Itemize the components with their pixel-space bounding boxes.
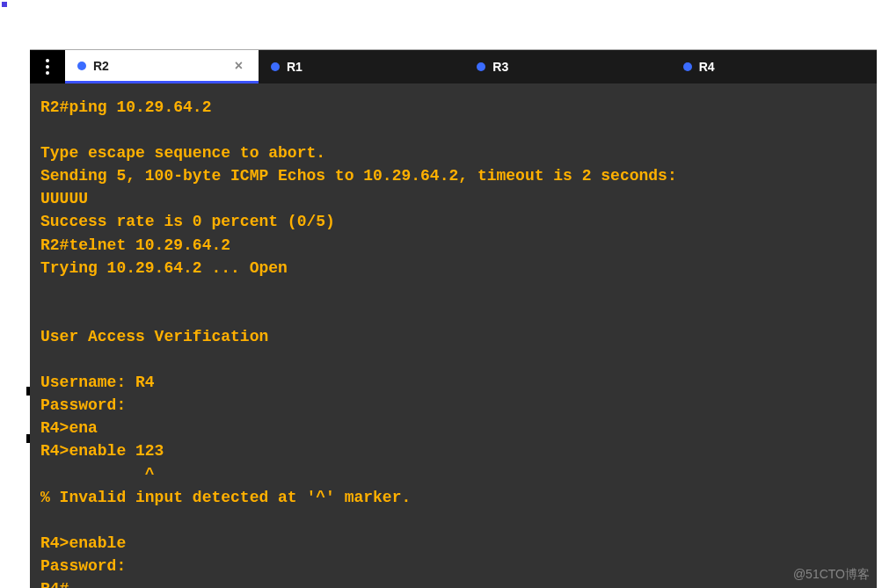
terminal-output[interactable]: R2#ping 10.29.64.2 Type escape sequence …	[30, 83, 877, 588]
tab-label: R1	[287, 60, 303, 74]
tab-menu-button[interactable]	[30, 50, 65, 83]
tab-label: R4	[699, 60, 715, 74]
tab-r4[interactable]: R4	[671, 50, 877, 83]
tab-r1[interactable]: R1	[259, 50, 464, 83]
tab-r2[interactable]: R2 ×	[65, 50, 259, 83]
tab-r3[interactable]: R3	[464, 50, 670, 83]
close-icon[interactable]: ×	[235, 58, 246, 74]
tab-status-icon	[271, 62, 280, 71]
corner-marker	[2, 2, 7, 7]
kebab-icon	[46, 59, 49, 75]
tab-label: R2	[93, 59, 109, 73]
watermark-text: @51CTO博客	[793, 567, 870, 583]
tab-status-icon	[683, 62, 692, 71]
tab-status-icon	[77, 62, 86, 70]
terminal-window: R2 × R1 R3 R4 R2#ping 10.29.64.2 Type es…	[30, 49, 877, 588]
tab-bar: R2 × R1 R3 R4	[30, 50, 877, 83]
tab-label: R3	[492, 60, 508, 74]
tab-status-icon	[477, 62, 485, 71]
